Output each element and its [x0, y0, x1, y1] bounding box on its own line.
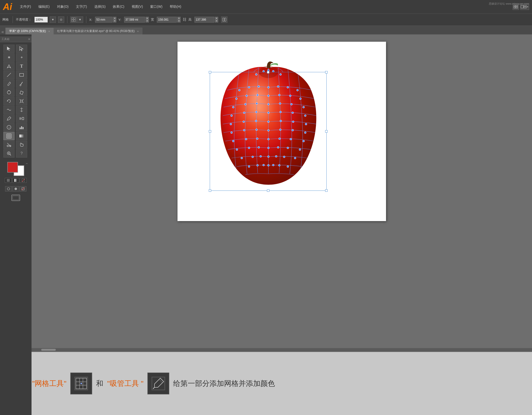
scrollbar-thumb[interactable]	[41, 349, 56, 351]
svg-point-88	[292, 112, 294, 114]
mesh-tool-thumbnail	[70, 373, 92, 394]
svg-point-77	[244, 103, 246, 105]
tool-blob[interactable]	[3, 88, 15, 96]
tab-eps-close[interactable]: ×	[137, 30, 139, 33]
width-spin-up[interactable]: ▲	[177, 17, 181, 20]
y-spin-up[interactable]: ▲	[145, 17, 149, 20]
menu-effect[interactable]: 效果(C)	[111, 4, 126, 10]
tool2-label: "吸管工具 "	[107, 379, 143, 389]
x-spin-down[interactable]: ▼	[113, 20, 116, 23]
tool-pencil[interactable]	[3, 79, 15, 88]
tool-width[interactable]	[16, 106, 27, 114]
svg-point-108	[279, 138, 281, 140]
fullscreen-preview-btn[interactable]	[12, 186, 19, 191]
tab-apple-close[interactable]: ×	[48, 30, 50, 33]
tool-rect[interactable]	[16, 71, 27, 79]
menu-type[interactable]: 文字(T)	[75, 4, 88, 10]
tool-zoom[interactable]	[3, 149, 15, 158]
canvas-area[interactable]	[31, 34, 532, 352]
tool-lasso[interactable]: ⌖	[16, 53, 27, 62]
view-mode-buttons	[5, 186, 27, 191]
x-input[interactable]	[95, 17, 113, 23]
canvas-scrollbar[interactable]	[31, 348, 532, 351]
tool-blend[interactable]	[16, 114, 27, 123]
tool-cut[interactable]	[3, 141, 15, 149]
menu-file[interactable]: 文件(F)	[19, 4, 32, 10]
tool-gradient[interactable]	[16, 132, 27, 140]
tool-question[interactable]: ?	[16, 149, 27, 158]
tool-select[interactable]	[3, 45, 15, 53]
svg-point-84	[243, 112, 245, 114]
grid-icon-btn[interactable]	[70, 17, 77, 23]
opacity-input[interactable]	[34, 17, 48, 23]
foreground-swatch[interactable]	[7, 162, 18, 173]
y-input[interactable]	[124, 17, 145, 23]
svg-rect-2	[514, 7, 515, 8]
svg-rect-52	[14, 179, 17, 182]
menu-select[interactable]: 选择(S)	[93, 4, 107, 10]
svg-point-92	[255, 120, 257, 122]
width-input[interactable]	[157, 17, 177, 23]
fullscreen-btn[interactable]	[20, 186, 27, 191]
tool-line[interactable]	[3, 71, 15, 79]
screen-mode-icon[interactable]	[11, 194, 20, 202]
tool-eraser[interactable]	[16, 88, 27, 96]
tool-scale[interactable]	[16, 97, 27, 105]
svg-rect-4	[521, 5, 523, 8]
svg-point-135	[272, 70, 274, 72]
tool-hand[interactable]	[16, 141, 27, 149]
svg-rect-10	[72, 20, 73, 22]
normal-mode-btn[interactable]	[5, 178, 12, 183]
menu-window[interactable]: 窗口(W)	[149, 4, 164, 10]
tool-direct-select[interactable]	[16, 45, 27, 53]
svg-rect-60	[13, 196, 19, 200]
svg-line-44	[7, 143, 11, 146]
tool-eyedropper[interactable]	[3, 114, 15, 123]
opacity-dropdown-btn[interactable]: ▼	[50, 17, 56, 23]
tool-pen[interactable]	[3, 62, 15, 70]
height-spin-down[interactable]: ▼	[215, 20, 218, 23]
tool-mesh[interactable]	[3, 132, 15, 140]
opacity-extra-btn[interactable]: ⊙	[58, 17, 64, 23]
tab-apple[interactable]: 苹果* @ 100% (CMYK/预览) ×	[6, 28, 54, 34]
y-spin-down[interactable]: ▼	[145, 20, 149, 23]
tabs-bar: « 苹果* @ 100% (CMYK/预览) × 红苹果与果汁包装设计矢量素材.…	[0, 26, 532, 34]
swap-colors-btn[interactable]: ↔	[26, 162, 28, 165]
menu-edit[interactable]: 编辑(E)	[37, 4, 51, 10]
svg-point-115	[277, 146, 279, 148]
tool-brush[interactable]	[16, 79, 27, 88]
tool-symbol[interactable]: ☆	[3, 123, 15, 131]
x-spin-up[interactable]: ▲	[113, 17, 116, 20]
menu-help[interactable]: 帮助(H)	[168, 4, 183, 10]
svg-point-55	[7, 188, 10, 190]
normal-view-btn[interactable]	[5, 186, 12, 191]
svg-point-80	[279, 103, 281, 104]
svg-rect-9	[74, 18, 76, 19]
height-spin-up[interactable]: ▲	[215, 17, 218, 20]
transform-icon-btn[interactable]: ▼	[77, 17, 83, 23]
svg-rect-11	[74, 20, 76, 22]
bottom-instruction-section: 7．用 "网格工具" 和 "吸管工具 "	[0, 352, 532, 415]
height-label: 高	[188, 18, 191, 22]
gradient-mode-btn[interactable]	[12, 178, 19, 183]
menu-view[interactable]: 视图(V)	[130, 4, 144, 10]
svg-point-105	[245, 138, 247, 140]
svg-line-29	[7, 120, 8, 121]
tool-text[interactable]: T	[16, 62, 27, 70]
tool-magic-wand[interactable]: ✴	[3, 53, 15, 62]
constrain-icon-btn[interactable]	[221, 17, 228, 23]
svg-point-126	[256, 164, 258, 166]
width-spin-down[interactable]: ▼	[177, 20, 181, 23]
height-input[interactable]	[194, 17, 214, 23]
tool-warp[interactable]	[3, 106, 15, 114]
tabs-collapse-btn[interactable]: «	[0, 29, 5, 34]
none-mode-btn[interactable]	[20, 178, 27, 183]
tool-rotate[interactable]	[3, 97, 15, 105]
link-proportions-icon[interactable]: ⛓	[183, 18, 186, 22]
width-input-group: ▲ ▼	[157, 17, 181, 23]
tab-eps[interactable]: 红苹果与果汁包装设计矢量素材.eps* @ 80.41% (RGB/预览) ×	[54, 28, 142, 34]
panel-menu-btn[interactable]: ≡	[28, 37, 30, 41]
svg-marker-7	[527, 6, 528, 8]
menu-object[interactable]: 对象(O)	[56, 4, 70, 10]
tool-column-graph[interactable]	[16, 123, 27, 131]
